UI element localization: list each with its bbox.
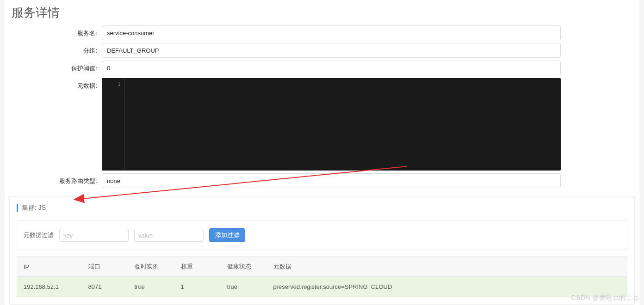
cluster-title-prefix: 集群: <box>22 204 37 211</box>
th-weight: 权重 <box>174 257 221 277</box>
add-filter-button[interactable]: 添加过滤 <box>209 228 245 242</box>
table-row: 192.168.52.1 8071 true 1 true preserved.… <box>17 277 627 297</box>
filter-value-input[interactable] <box>134 229 204 242</box>
route-type-input[interactable] <box>102 173 561 188</box>
th-metadata: 元数据 <box>267 257 627 277</box>
cluster-name: JS <box>38 204 46 211</box>
page-title: 服务详情 <box>9 0 635 25</box>
cell-port: 8071 <box>82 277 128 297</box>
th-port: 端口 <box>82 257 128 277</box>
cell-ephemeral: true <box>128 277 174 297</box>
group-label: 分组: <box>9 43 102 55</box>
editor-content[interactable] <box>125 78 561 171</box>
editor-gutter: 1 <box>102 78 125 171</box>
service-name-label: 服务名: <box>9 25 102 37</box>
cell-metadata: preserved.register.source=SPRING_CLOUD <box>267 277 627 297</box>
service-name-input[interactable] <box>102 25 561 40</box>
protect-threshold-label: 保护阈值: <box>9 61 102 73</box>
route-type-label: 服务路由类型: <box>9 173 102 185</box>
metadata-filter-label: 元数据过滤 <box>24 231 54 239</box>
cluster-section: 集群: JS 元数据过滤 添加过滤 IP 端口 临时实例 权重 健康状态 元数据 <box>9 196 635 305</box>
group-input[interactable] <box>102 43 561 58</box>
metadata-editor[interactable]: 1 <box>102 78 561 171</box>
cell-weight: 1 <box>174 277 221 297</box>
instance-table: IP 端口 临时实例 权重 健康状态 元数据 192.168.52.1 8071… <box>17 256 627 297</box>
cluster-title: 集群: JS <box>17 204 627 212</box>
filter-key-input[interactable] <box>59 229 129 242</box>
th-health: 健康状态 <box>221 257 267 277</box>
th-ip: IP <box>17 257 82 277</box>
protect-threshold-input[interactable] <box>102 61 561 75</box>
cell-health: true <box>221 277 267 297</box>
metadata-label: 元数据: <box>9 78 102 90</box>
cell-ip: 192.168.52.1 <box>17 277 82 297</box>
th-ephemeral: 临时实例 <box>128 257 174 277</box>
